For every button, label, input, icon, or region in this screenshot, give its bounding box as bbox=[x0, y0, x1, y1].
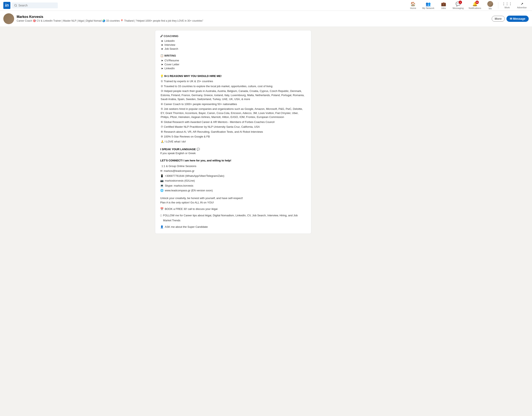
notifications-badge: 23 bbox=[475, 1, 479, 4]
phone-text: +306977761644 (WhatsApp/Viber/Telegram/Z… bbox=[165, 173, 224, 178]
nav-jobs[interactable]: 💼 Jobs bbox=[437, 0, 450, 11]
nav-jobs-label: Jobs bbox=[441, 7, 446, 9]
search-input[interactable] bbox=[18, 4, 56, 7]
cta-ask: 👤 ASK me about the Super Candidate bbox=[160, 224, 306, 229]
writing-linkedin: LinkedIn bbox=[160, 66, 306, 70]
profile-name: Markos Korvesis bbox=[17, 15, 489, 19]
reason-4: ④ Career Coach to 1000+ people represent… bbox=[160, 102, 306, 106]
skype-icon: 💻 bbox=[160, 183, 163, 188]
more-button[interactable]: More bbox=[492, 16, 505, 22]
profile-headline: Career Coach 🎯 CV & LinkedIn Trainer | M… bbox=[17, 19, 489, 23]
search-icon bbox=[14, 4, 17, 7]
profile-strip: Markos Korvesis Career Coach 🎯 CV & Link… bbox=[0, 11, 532, 27]
coaching-job-search: Job Search bbox=[160, 47, 306, 51]
main-layout: 🖊 COACHING LinkedIn Interview Job Search… bbox=[152, 27, 380, 237]
nav-work-label: Work bbox=[504, 6, 510, 9]
cta-follow: □ FOLLOW me for Career tips about ikigai… bbox=[160, 213, 306, 223]
nav-notifications[interactable]: 🔔 23 Notifications bbox=[466, 0, 483, 11]
nav-notifications-label: Notifications bbox=[469, 7, 481, 9]
ask-icon: 👤 bbox=[160, 224, 163, 229]
messaging-badge: 1 bbox=[459, 1, 462, 4]
motivational-line1: Unlock your creativity, be honest with y… bbox=[160, 196, 306, 200]
writing-cover-letter: Cover Letter bbox=[160, 62, 306, 66]
reason-8: ⑧ Research about AI, VR, AR Recruiting, … bbox=[160, 130, 306, 134]
reason-5: ⑤ Job seekers hired in popular companies… bbox=[160, 107, 306, 119]
reasons-header: 💡 9+1 REASONS WHY YOU SHOULD HIRE ME! bbox=[160, 74, 306, 78]
follow-text: FOLLOW me for Career tips about ikigai, … bbox=[163, 213, 306, 223]
jobs-icon: 💼 bbox=[441, 1, 446, 6]
follow-icon: □ bbox=[160, 213, 162, 218]
phone-icon: 📱 bbox=[160, 173, 163, 178]
advertise-icon: ↗ bbox=[521, 2, 523, 6]
messaging-icon: 💬 1 bbox=[456, 1, 461, 6]
reason-9: ⑨ 100% 5-Star Reviews on Google & FB bbox=[160, 135, 306, 139]
avatar bbox=[487, 1, 493, 7]
speak-text: If you speak English or Greek bbox=[160, 152, 306, 155]
nav-work[interactable]: ⋮⋮⋮ Work bbox=[500, 1, 514, 10]
linkedin-logo[interactable]: in bbox=[3, 2, 10, 9]
navbar: in 🏠 Home 👥 My Network 💼 Jobs 💬 1 Messag… bbox=[0, 0, 532, 11]
nav-my-network-label: My Network bbox=[422, 7, 434, 9]
connect-instagram: 📷 markoskorvesis (IG/Line) bbox=[160, 178, 306, 183]
writing-cv: CV/Resume bbox=[160, 59, 306, 62]
nav-messaging[interactable]: 💬 1 Messaging bbox=[451, 0, 466, 11]
reason-6: ⑥ Global Research with Awarded Career & … bbox=[160, 120, 306, 124]
motivational-line2: Plan A is the only option! Go ALL IN on … bbox=[160, 200, 306, 205]
nav-divider bbox=[498, 2, 498, 9]
email-icon: ✉ bbox=[160, 168, 162, 173]
nav-home[interactable]: 🏠 Home bbox=[407, 0, 419, 11]
nav-messaging-label: Messaging bbox=[453, 7, 464, 9]
speak-header: I SPEAK YOUR LANGUAGE 💬 bbox=[160, 148, 306, 151]
connect-website: 🌐 www.leadcompass.gr (EN version soon) bbox=[160, 188, 306, 193]
connect-sessions: 1:1 & Group Online Sessions bbox=[160, 164, 306, 168]
nav-advertise[interactable]: ↗ Advertise bbox=[515, 1, 529, 10]
nav-items: 🏠 Home 👥 My Network 💼 Jobs 💬 1 Messaging… bbox=[407, 0, 529, 11]
right-sidebar bbox=[315, 30, 377, 234]
notifications-icon: 🔔 23 bbox=[472, 1, 477, 6]
profile-avatar bbox=[3, 13, 14, 24]
coaching-linkedin: LinkedIn bbox=[160, 39, 306, 43]
connect-email: ✉ markos@leadcompass.gr bbox=[160, 168, 306, 173]
book-text: BOOK a FREE 30' call to discuss your iki… bbox=[165, 207, 218, 211]
content-panel: 🖊 COACHING LinkedIn Interview Job Search… bbox=[155, 30, 311, 234]
home-icon: 🏠 bbox=[410, 1, 416, 6]
coaching-category: 🖊 COACHING bbox=[160, 35, 306, 38]
nav-me-label: Me bbox=[489, 7, 492, 10]
nav-my-network[interactable]: 👥 My Network bbox=[420, 0, 437, 11]
coaching-interview: Interview bbox=[160, 43, 306, 47]
connect-skype: 💻 Skype: markos.korvesis bbox=[160, 183, 306, 188]
motivational: Unlock your creativity, be honest with y… bbox=[160, 196, 306, 205]
connect-phone: 📱 +306977761644 (WhatsApp/Viber/Telegram… bbox=[160, 173, 306, 178]
reason-3: ③ Helped people reach their goals in Aus… bbox=[160, 89, 306, 101]
instagram-icon: 📷 bbox=[160, 178, 163, 183]
nav-advertise-label: Advertise bbox=[517, 6, 527, 9]
message-button[interactable]: ✉ Message bbox=[506, 16, 529, 22]
writing-category: 📋 WRITING bbox=[160, 54, 306, 57]
ask-text: ASK me about the Super Candidate bbox=[165, 224, 208, 229]
reason-7: ⑦ Certified Master NLP Practitioner by N… bbox=[160, 125, 306, 129]
svg-point-0 bbox=[15, 4, 17, 6]
book-icon: 📅 bbox=[160, 207, 163, 211]
instagram-text: markoskorvesis (IG/Line) bbox=[165, 178, 195, 183]
search-bar[interactable] bbox=[12, 2, 58, 8]
work-icon: ⋮⋮⋮ bbox=[502, 2, 512, 6]
my-network-icon: 👥 bbox=[426, 1, 431, 6]
profile-actions: More ✉ Message bbox=[492, 16, 529, 22]
nav-me[interactable]: Me bbox=[484, 0, 496, 11]
website-text: www.leadcompass.gr (EN version soon) bbox=[165, 188, 213, 193]
reason-1: ① Trained by experts in UK & 15+ countri… bbox=[160, 79, 306, 83]
website-icon: 🌐 bbox=[160, 188, 163, 193]
sessions-text: 1:1 & Group Online Sessions bbox=[162, 164, 196, 168]
profile-info: Markos Korvesis Career Coach 🎯 CV & Link… bbox=[17, 15, 489, 23]
cta-book: 📅 BOOK a FREE 30' call to discuss your i… bbox=[160, 207, 306, 211]
nav-home-label: Home bbox=[410, 7, 416, 9]
skype-text: Skype: markos.korvesis bbox=[165, 183, 193, 188]
connect-header: LET'S CONNECT! I am here for you, and wi… bbox=[160, 159, 306, 162]
email-text: markos@leadcompass.gr bbox=[164, 168, 195, 173]
reason-10: 🙏 I LOVE what I do! bbox=[160, 139, 306, 144]
reason-2: ② Traveled to 33 countries to explore th… bbox=[160, 84, 306, 89]
